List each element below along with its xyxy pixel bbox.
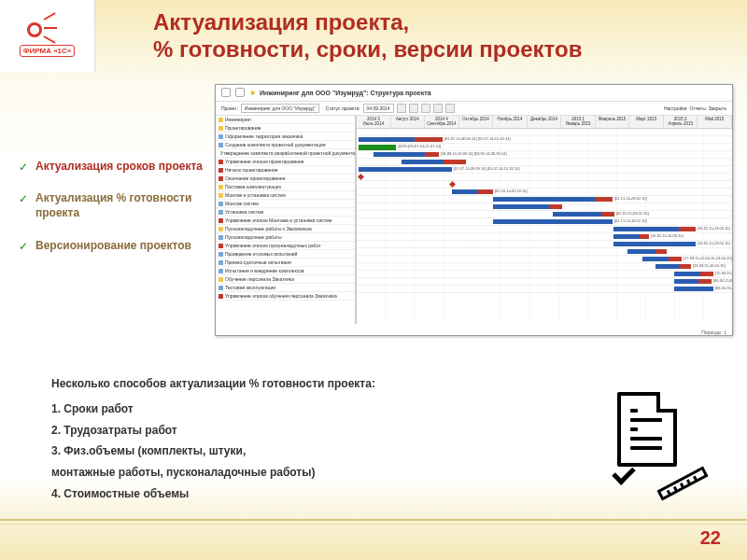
task-row[interactable]: Пусконаладочные работы bbox=[216, 233, 355, 242]
gantt-row: [15.04.15-27.05.15] bbox=[357, 271, 732, 278]
favorite-icon: ★ bbox=[249, 89, 256, 97]
task-row[interactable]: Управление этапом Монтажа и установки си… bbox=[216, 217, 355, 225]
task-row[interactable]: Инжиниринг bbox=[216, 116, 355, 124]
close-link[interactable]: Закрыть bbox=[709, 105, 726, 111]
gantt-chart: 2014 3Июль 2014Август 20142014 4Сентябрь… bbox=[356, 116, 732, 324]
toolbar-button-icon[interactable] bbox=[397, 104, 406, 113]
timeline-month: 2015 1Январь 2015 bbox=[561, 116, 596, 128]
gantt-row: [01.07.14-30.09.14] [01.07.14-15.10.14] bbox=[357, 136, 732, 144]
task-row[interactable]: Управление этапом обучения персонала Зак… bbox=[216, 292, 355, 301]
gantt-bar-delay bbox=[415, 137, 443, 142]
toolbar-button-icon[interactable] bbox=[433, 104, 443, 113]
bullet-list: ✓Актуализация сроков проекта✓Актуализаци… bbox=[19, 159, 205, 270]
gantt-bar-plan bbox=[627, 249, 655, 254]
gantt-row: [02.01.15-03.02.15] bbox=[357, 211, 732, 218]
page-icon bbox=[218, 269, 223, 273]
project-field[interactable]: Инжиниринг для ООО "Изумруд" bbox=[241, 104, 319, 113]
flag-icon bbox=[218, 160, 223, 164]
gantt-row: [01.11.14-28.02.15] bbox=[357, 196, 732, 203]
timeline-month: Февраль 2015 bbox=[596, 116, 630, 128]
page-icon bbox=[218, 286, 223, 290]
task-name: Управление этапом Монтажа и установки си… bbox=[225, 217, 331, 223]
gantt-bar-plan bbox=[613, 227, 679, 231]
task-row[interactable]: Проведение итоговых испытаний bbox=[216, 250, 355, 259]
gantt-bar-label: 100% [01.07.14-21.07.14] bbox=[398, 144, 441, 148]
task-name: Управление этапом проектирования bbox=[225, 159, 304, 164]
footer-periods: Периоды: 1 bbox=[701, 329, 726, 335]
task-row[interactable]: Пусконаладочные работы с Заказчиком bbox=[216, 225, 355, 233]
gantt-bar-label: [06.04.15-06.05.15-24.05.15] bbox=[713, 278, 732, 283]
task-row[interactable]: Монтаж и установка систем bbox=[216, 191, 355, 200]
footer-rule-2 bbox=[0, 524, 747, 525]
gantt-bar-delay bbox=[444, 160, 466, 164]
task-row[interactable]: Тестовая эксплуатация bbox=[216, 284, 355, 292]
flag-icon bbox=[218, 168, 223, 173]
slide-title: Актуализация проекта, % готовности, срок… bbox=[95, 0, 747, 73]
gantt-bar-label: [06.04.15-07.05.15] bbox=[715, 286, 732, 290]
flag-icon bbox=[218, 294, 223, 299]
footer-rule bbox=[0, 519, 747, 521]
gantt-bar-delay bbox=[478, 189, 493, 194]
task-row[interactable]: Управление этапом пусконаладочных работ bbox=[216, 242, 355, 250]
task-row[interactable]: Утверждение комплекта разработанной прое… bbox=[216, 149, 355, 158]
gantt-row: [18.08.14-19.09.14] [03.09.14-30.09.14] bbox=[357, 151, 732, 159]
project-label: Проект: bbox=[221, 105, 238, 111]
gantt-row bbox=[357, 248, 732, 256]
status-date-field[interactable]: 04.09.2014 bbox=[363, 104, 394, 113]
task-row[interactable]: Приемо-сдаточные испытания bbox=[216, 259, 355, 267]
task-name: Монтаж и установка систем bbox=[225, 192, 286, 198]
gantt-bar bbox=[493, 219, 613, 224]
gantt-bar-plan bbox=[674, 272, 700, 276]
task-row[interactable]: Создание комплекта проектной документаци… bbox=[216, 141, 355, 149]
task-name: Тестовая эксплуатация bbox=[225, 285, 275, 290]
gantt-bar-plan bbox=[359, 137, 415, 142]
task-row[interactable]: Испытания и внедрение комплексов bbox=[216, 267, 355, 275]
status-date-label: Статус проекта: bbox=[326, 105, 360, 111]
task-row[interactable]: Обучение персонала Заказчика bbox=[216, 275, 355, 284]
toolbar-button-icon[interactable] bbox=[445, 104, 455, 113]
toolbar-button-icon[interactable] bbox=[409, 104, 418, 113]
page-icon bbox=[218, 235, 223, 240]
task-row[interactable]: Поставка комплектующих bbox=[216, 183, 355, 191]
timeline-month: Май 2015 bbox=[698, 116, 732, 128]
gantt-bar-delay bbox=[679, 227, 696, 231]
gantt-bar-plan bbox=[642, 257, 669, 261]
flag-icon bbox=[218, 218, 223, 223]
task-row[interactable]: Монтаж систем bbox=[216, 200, 355, 208]
task-row[interactable]: Оформление территории заказчика bbox=[216, 133, 355, 141]
gantt-row: [01.07.14-30.09.14] [01.07.14-15.10.14] bbox=[357, 166, 732, 174]
gantt-row bbox=[357, 159, 732, 166]
gantt-bar-label: [01.11.14-28.02.15] bbox=[614, 196, 647, 201]
task-row[interactable]: Управление этапом проектирования bbox=[216, 158, 355, 166]
lower-item: 1. Сроки работ bbox=[51, 399, 556, 420]
task-row[interactable]: Установка систем bbox=[216, 208, 355, 217]
gantt-row: [16.02.15-16.03.15] bbox=[357, 233, 732, 241]
flag-icon bbox=[218, 176, 223, 181]
gantt-bar-plan bbox=[493, 197, 596, 202]
toolbar: Проект: Инжиниринг для ООО "Изумруд" Ста… bbox=[216, 102, 732, 116]
reports-link[interactable]: Отчеты bbox=[689, 105, 705, 111]
folder-icon bbox=[218, 277, 223, 282]
task-row[interactable]: Начало проектирования bbox=[216, 166, 355, 175]
toolbar-button-icon[interactable] bbox=[421, 104, 430, 113]
folder-icon bbox=[218, 126, 223, 131]
bullet-text: Актуализация сроков проекта bbox=[35, 159, 203, 174]
gantt-bar-plan bbox=[452, 189, 478, 194]
task-row[interactable]: Проектирование bbox=[216, 124, 355, 133]
folder-icon bbox=[218, 227, 223, 231]
gantt-bar-delay bbox=[669, 257, 682, 261]
settings-link[interactable]: Настройки bbox=[664, 105, 687, 111]
task-name: Инжиниринг bbox=[225, 117, 251, 122]
gantt-row bbox=[357, 174, 732, 181]
task-name: Проектирование bbox=[225, 125, 261, 131]
gantt-bar-label: [18.08.14-19.09.14] [03.09.14-30.09.14] bbox=[441, 151, 507, 156]
check-icon: ✓ bbox=[19, 161, 28, 174]
gantt-bar-plan bbox=[402, 160, 444, 164]
logo-1c: ФИРМА «1С» bbox=[0, 0, 95, 73]
timeline-month: 2014 3Июль 2014 bbox=[357, 116, 391, 128]
gantt-bar-delay bbox=[655, 249, 667, 254]
gantt-bar-delay bbox=[700, 272, 713, 276]
task-row[interactable]: Окончание проектирования bbox=[216, 175, 355, 183]
task-name: Окончание проектирования bbox=[225, 175, 285, 181]
gantt-row bbox=[357, 129, 732, 136]
